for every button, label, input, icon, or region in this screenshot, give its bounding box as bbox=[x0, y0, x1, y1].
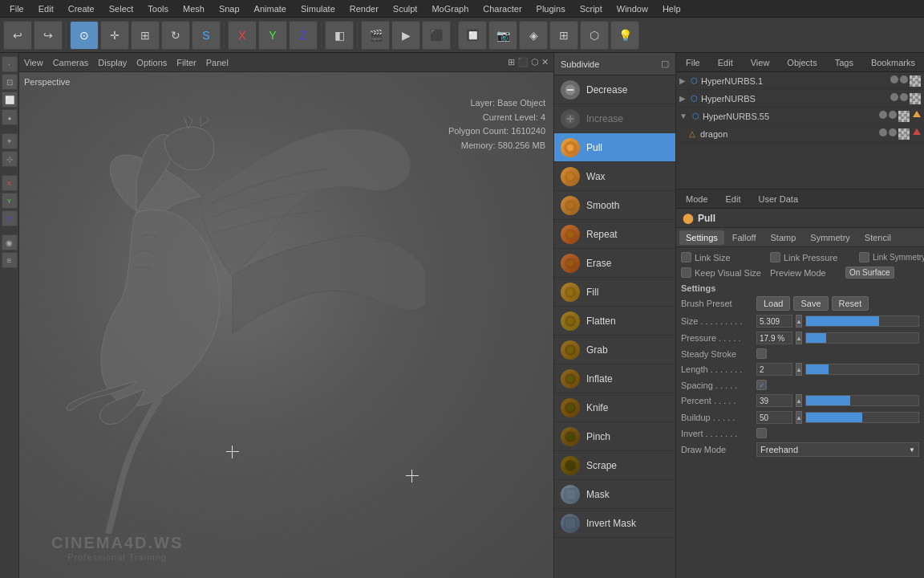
perspective-view-button[interactable]: 🔲 bbox=[458, 21, 487, 50]
props-tab-falloff[interactable]: Falloff bbox=[726, 230, 763, 245]
scale-tool-button[interactable]: ⊞ bbox=[131, 21, 160, 50]
reset-button[interactable]: Reset bbox=[832, 296, 869, 311]
sculpt-tool-pull[interactable]: Pull bbox=[554, 133, 675, 162]
rotate-tool-button[interactable]: ↻ bbox=[161, 21, 190, 50]
obj-render-dot-2[interactable] bbox=[900, 93, 908, 101]
obj-tab-edit[interactable]: Edit bbox=[711, 56, 740, 69]
obj-row-hypernurbs1[interactable]: ▶ ⬡ HyperNURBS.1 bbox=[676, 72, 924, 90]
tweak-button[interactable]: ⌖ bbox=[2, 133, 18, 149]
sculpt-tool-repeat[interactable]: Repeat bbox=[554, 220, 675, 249]
menu-create[interactable]: Create bbox=[62, 2, 101, 15]
sculpt-tool-flatten[interactable]: Flatten bbox=[554, 307, 675, 336]
edges-mode-button[interactable]: ⊡ bbox=[2, 74, 18, 90]
object-mode-button[interactable]: ◧ bbox=[325, 21, 354, 50]
pressure-slider[interactable] bbox=[805, 332, 919, 344]
buildup-slider[interactable] bbox=[805, 412, 919, 423]
viewport-panel-menu[interactable]: Panel bbox=[206, 58, 229, 67]
axis-z-button[interactable]: Z bbox=[2, 210, 18, 226]
sculpt-tool-smooth[interactable]: Smooth bbox=[554, 191, 675, 220]
menu-plugins[interactable]: Plugins bbox=[530, 2, 572, 15]
uv-mode-button[interactable]: ⬥ bbox=[2, 109, 18, 125]
transform-button[interactable]: S bbox=[192, 21, 221, 50]
obj-row-dragon[interactable]: △ dragon bbox=[676, 125, 924, 143]
sculpt-tool-invert-mask[interactable]: Invert Mask bbox=[554, 509, 675, 538]
menu-animate[interactable]: Animate bbox=[248, 2, 293, 15]
live-select-button[interactable]: ⊙ bbox=[70, 21, 99, 50]
percent-stepper[interactable]: ▲ bbox=[796, 394, 802, 407]
props-tab-userdata[interactable]: User Data bbox=[752, 193, 805, 206]
props-tab-edit[interactable]: Edit bbox=[719, 193, 748, 206]
viewport-display-menu[interactable]: Display bbox=[98, 58, 127, 67]
viewport-options-menu[interactable]: Options bbox=[136, 58, 167, 67]
length-stepper[interactable]: ▲ bbox=[796, 363, 802, 376]
sculpt-tool-decrease[interactable]: Decrease bbox=[554, 75, 675, 104]
grid-button[interactable]: ⊞ bbox=[549, 21, 578, 50]
display-button[interactable]: ◈ bbox=[519, 21, 548, 50]
save-button[interactable]: Save bbox=[793, 296, 828, 311]
buildup-stepper[interactable]: ▲ bbox=[796, 411, 802, 424]
viewport-filter-menu[interactable]: Filter bbox=[176, 58, 196, 67]
props-tab-stamp[interactable]: Stamp bbox=[764, 230, 803, 245]
link-symmetry-checkbox[interactable] bbox=[859, 252, 869, 263]
obj-tab-view[interactable]: View bbox=[744, 56, 776, 69]
menu-mograph[interactable]: MoGraph bbox=[425, 2, 475, 15]
obj-tab-tags[interactable]: Tags bbox=[829, 56, 860, 69]
undo-button[interactable]: ↩ bbox=[3, 21, 32, 50]
x-axis-button[interactable]: X bbox=[228, 21, 257, 50]
layer-button[interactable]: ≡ bbox=[2, 252, 18, 268]
solo-button[interactable]: ◉ bbox=[2, 234, 18, 250]
menu-file[interactable]: File bbox=[3, 2, 30, 15]
viewport-3d[interactable]: Perspective Layer: Base Object Current L… bbox=[19, 72, 553, 578]
axis-x-button[interactable]: X bbox=[2, 175, 18, 191]
load-button[interactable]: Load bbox=[756, 296, 790, 311]
menu-edit[interactable]: Edit bbox=[32, 2, 60, 15]
keep-visual-size-checkbox[interactable] bbox=[681, 267, 691, 278]
render-region-button[interactable]: ⬛ bbox=[422, 21, 451, 50]
z-axis-button[interactable]: Z bbox=[289, 21, 318, 50]
y-axis-button[interactable]: Y bbox=[258, 21, 287, 50]
menu-simulate[interactable]: Simulate bbox=[294, 2, 342, 15]
obj-render-dot-3[interactable] bbox=[889, 111, 897, 119]
menu-sculpt[interactable]: Sculpt bbox=[387, 2, 424, 15]
props-tab-settings[interactable]: Settings bbox=[679, 230, 724, 245]
sculpt-tool-knife[interactable]: Knife bbox=[554, 393, 675, 422]
size-value-field[interactable]: 5.309 bbox=[756, 315, 792, 328]
menu-help[interactable]: Help bbox=[656, 2, 687, 15]
spacing-checkbox[interactable] bbox=[756, 380, 767, 390]
subdivide-collapse[interactable]: ▢ bbox=[661, 59, 669, 69]
link-pressure-checkbox[interactable] bbox=[770, 252, 780, 263]
menu-select[interactable]: Select bbox=[103, 2, 140, 15]
sculpt-tool-increase[interactable]: Increase bbox=[554, 104, 675, 133]
viewport-cameras-menu[interactable]: Cameras bbox=[53, 58, 89, 67]
render-to-picture-button[interactable]: 🎬 bbox=[361, 21, 390, 50]
viewport-view-menu[interactable]: View bbox=[24, 58, 43, 67]
menu-window[interactable]: Window bbox=[610, 2, 654, 15]
snap-button[interactable]: ⊹ bbox=[2, 151, 18, 167]
obj-row-hypernurbs[interactable]: ▶ ⬡ HyperNURBS bbox=[676, 90, 924, 108]
points-mode-button[interactable]: · bbox=[2, 56, 18, 72]
wireframe-button[interactable]: ⬡ bbox=[580, 21, 609, 50]
sculpt-tool-mask[interactable]: Mask bbox=[554, 480, 675, 509]
redo-button[interactable]: ↪ bbox=[34, 21, 63, 50]
steady-stroke-checkbox[interactable] bbox=[756, 348, 767, 359]
percent-slider[interactable] bbox=[805, 395, 919, 406]
obj-vis-dot-dragon[interactable] bbox=[879, 128, 887, 136]
menu-mesh[interactable]: Mesh bbox=[176, 2, 211, 15]
sculpt-tool-wax[interactable]: Wax bbox=[554, 162, 675, 191]
sculpt-tool-inflate[interactable]: Inflate bbox=[554, 364, 675, 393]
sculpt-tool-fill[interactable]: Fill bbox=[554, 278, 675, 307]
obj-tab-bookmarks[interactable]: Bookmarks bbox=[865, 56, 922, 69]
polygons-mode-button[interactable]: ⬜ bbox=[2, 92, 18, 108]
light-button[interactable]: 💡 bbox=[610, 21, 639, 50]
pressure-value-field[interactable]: 17.9 % bbox=[756, 332, 792, 344]
menu-tools[interactable]: Tools bbox=[141, 2, 175, 15]
obj-vis-dot-2[interactable] bbox=[890, 93, 898, 101]
axis-y-button[interactable]: Y bbox=[2, 193, 18, 209]
sculpt-tool-grab[interactable]: Grab bbox=[554, 336, 675, 364]
buildup-value-field[interactable]: 50 bbox=[756, 411, 792, 424]
length-slider[interactable] bbox=[805, 364, 919, 375]
obj-tab-file[interactable]: File bbox=[679, 56, 707, 69]
length-value-field[interactable]: 2 bbox=[756, 363, 792, 376]
size-slider[interactable] bbox=[805, 315, 919, 327]
camera-button[interactable]: 📷 bbox=[488, 21, 517, 50]
